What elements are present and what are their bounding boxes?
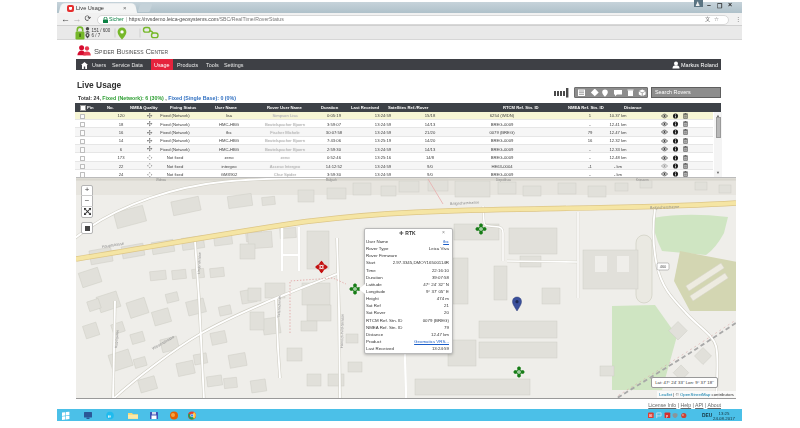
svg-text:Kriessern: Kriessern [636, 178, 649, 182]
svg-text:6 / 7: 6 / 7 [92, 33, 101, 38]
svg-text:Diepoldsau: Diepoldsau [496, 178, 511, 182]
svg-text:151 / 600: 151 / 600 [92, 27, 111, 32]
svg-text:Heinrich-Wild-Strasse: Heinrich-Wild-Strasse [340, 314, 345, 348]
svg-text:⊞: ⊞ [649, 413, 653, 418]
svg-text:Widnau: Widnau [156, 178, 167, 182]
svg-text:460: 460 [660, 264, 667, 269]
svg-text:Lindenstrasse: Lindenstrasse [197, 252, 202, 274]
svg-text:Balgach: Balgach [326, 178, 337, 182]
svg-text:Tiefenackerstr.: Tiefenackerstr. [277, 295, 282, 318]
